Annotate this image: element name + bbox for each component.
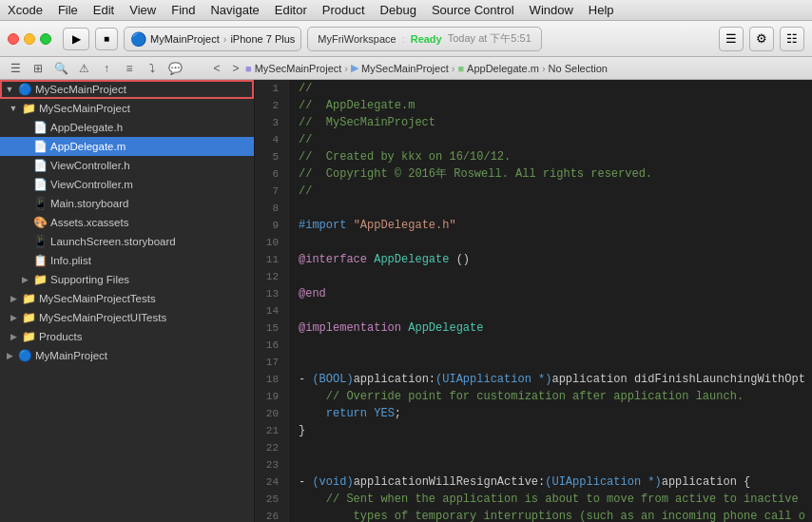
list-icon-btn[interactable]: ≡ (120, 59, 139, 78)
menu-product[interactable]: Product (322, 3, 365, 17)
code-line: 10 (255, 234, 812, 251)
code-line: 18- (BOOL)application:(UIApplication *)a… (255, 371, 812, 388)
code-line: 20 return YES; (255, 405, 812, 422)
scheme-selector[interactable]: 🔵 MyMainProject › iPhone 7 Plus (124, 27, 301, 51)
warning-icon-btn[interactable]: ⚠ (74, 59, 93, 78)
forward-button[interactable]: > (226, 59, 245, 78)
menu-find[interactable]: Find (171, 3, 195, 17)
line-content (289, 200, 812, 217)
line-number: 14 (255, 302, 289, 319)
debug-toggle[interactable]: ⚙ (749, 27, 774, 51)
sidebar-item-infoplist[interactable]: 📋Info.plist (0, 251, 254, 270)
toggle-arrow[interactable]: ▶ (19, 275, 30, 284)
code-line: 11@interface AppDelegate () (255, 251, 812, 268)
toggle-arrow[interactable]: ▼ (8, 104, 19, 113)
sidebar-item-viewcontroller_m[interactable]: 📄ViewController.m (0, 175, 254, 194)
sidebar-item-viewcontroller_h[interactable]: 📄ViewController.h (0, 156, 254, 175)
menu-navigate[interactable]: Navigate (210, 3, 259, 17)
line-content: @end (289, 285, 812, 302)
navigator-toggle[interactable]: ☰ (719, 27, 744, 51)
file-label: ViewController.m (50, 179, 133, 190)
menu-editor[interactable]: Editor (275, 3, 307, 17)
line-number: 2 (255, 97, 289, 114)
code-editor[interactable]: 1//2// AppDelegate.m3// MySecMainProject… (255, 80, 812, 522)
line-number: 9 (255, 217, 289, 234)
sidebar-item-supporting[interactable]: ▶📁Supporting Files (0, 270, 254, 289)
line-number: 13 (255, 285, 289, 302)
play-button[interactable]: ▶ (63, 28, 89, 50)
comment-icon-btn[interactable]: 💬 (165, 59, 184, 78)
toolbar: ▶ ■ 🔵 MyMainProject › iPhone 7 Plus MyFr… (0, 21, 812, 57)
menu-window[interactable]: Window (530, 3, 573, 17)
file-label: MyMainProject (35, 350, 107, 361)
line-content: // Sent when the application is about to… (289, 491, 812, 508)
debug-icon: ⚙ (756, 31, 767, 46)
line-number: 23 (255, 456, 289, 474)
sidebar-item-main_storyboard[interactable]: 📱Main.storyboard (0, 194, 254, 213)
sidebar-item-root[interactable]: ▼🔵MySecMainProject (0, 80, 254, 99)
code-line: 7// (255, 183, 812, 200)
line-content: // AppDelegate.m (289, 97, 812, 114)
menu-edit[interactable]: Edit (93, 3, 114, 17)
menu-xcode[interactable]: Xcode (8, 3, 43, 17)
search-icon-btn[interactable]: 🔍 (51, 59, 70, 78)
menu-view[interactable]: View (129, 3, 156, 17)
breadcrumb: ■ MySecMainProject › ▶ MySecMainProject … (245, 62, 608, 74)
ready-status: Ready (411, 33, 442, 45)
line-content (289, 456, 812, 474)
code-line: 16 (255, 337, 812, 354)
file-icon-m: 📄 (33, 178, 48, 191)
line-number: 24 (255, 474, 289, 491)
stop-button[interactable]: ■ (95, 28, 118, 50)
back-button[interactable]: < (207, 59, 226, 78)
code-line: 19 // Override point for customization a… (255, 388, 812, 405)
sidebar-item-appdelegate_m[interactable]: 📄AppDelegate.m (0, 137, 254, 156)
sidebar-item-appdelegate_h[interactable]: 📄AppDelegate.h (0, 118, 254, 137)
menu-file[interactable]: File (58, 3, 78, 17)
stop-icon: ■ (104, 33, 109, 44)
line-content (289, 354, 812, 371)
toggle-arrow[interactable]: ▼ (4, 85, 15, 94)
line-number: 5 (255, 148, 289, 165)
sidebar-item-uitests[interactable]: ▶📁MySecMainProjectUITests (0, 308, 254, 327)
line-number: 21 (255, 422, 289, 439)
line-number: 1 (255, 80, 289, 97)
sidebar-item-launchscreen[interactable]: 📱LaunchScreen.storyboard (0, 232, 254, 251)
menu-source-control[interactable]: Source Control (432, 3, 514, 17)
breadcrumb-selection[interactable]: No Selection (549, 63, 608, 74)
sidebar-item-group1[interactable]: ▼📁MySecMainProject (0, 99, 254, 118)
sidebar-item-assets[interactable]: 🎨Assets.xcassets (0, 213, 254, 232)
line-number: 19 (255, 388, 289, 405)
sidebar-item-mymainproject[interactable]: ▶🔵MyMainProject (0, 346, 254, 365)
hierarchy-icon-btn[interactable]: ⤵ (143, 59, 162, 78)
close-button[interactable] (8, 33, 19, 45)
sidebar-icon-btn[interactable]: ☰ (6, 59, 25, 78)
menu-help[interactable]: Help (589, 3, 614, 17)
menu-debug[interactable]: Debug (380, 3, 416, 17)
file-label: ViewController.h (50, 160, 130, 171)
toggle-arrow[interactable]: ▶ (4, 351, 15, 360)
line-number: 18 (255, 371, 289, 388)
filter-icon-btn[interactable]: ⊞ (29, 59, 48, 78)
inspector-toggle[interactable]: ☷ (780, 27, 804, 51)
sidebar-item-products[interactable]: ▶📁Products (0, 327, 254, 346)
scm-icon-btn[interactable]: ↑ (97, 59, 116, 78)
scheme-icon: 🔵 (130, 31, 146, 47)
breadcrumb-group[interactable]: MySecMainProject (361, 63, 449, 74)
breadcrumb-file[interactable]: AppDelegate.m (467, 63, 539, 74)
file-icon-storyboard: 📱 (33, 235, 48, 248)
code-lines: 1//2// AppDelegate.m3// MySecMainProject… (255, 80, 812, 522)
file-label: MySecMainProjectUITests (39, 312, 166, 323)
toggle-arrow[interactable]: ▶ (8, 294, 19, 303)
breadcrumb-project[interactable]: MySecMainProject (255, 63, 342, 74)
line-content (289, 337, 812, 354)
toggle-arrow[interactable]: ▶ (8, 313, 19, 322)
minimize-button[interactable] (24, 33, 35, 45)
line-content: // Override point for customization afte… (289, 388, 812, 405)
fullscreen-button[interactable] (40, 33, 51, 45)
line-content: - (void)applicationWillResignActive:(UIA… (289, 474, 812, 491)
line-content (289, 268, 812, 285)
sidebar-item-tests[interactable]: ▶📁MySecMainProjectTests (0, 289, 254, 308)
toggle-arrow[interactable]: ▶ (8, 332, 19, 341)
code-line: 23 (255, 456, 812, 474)
